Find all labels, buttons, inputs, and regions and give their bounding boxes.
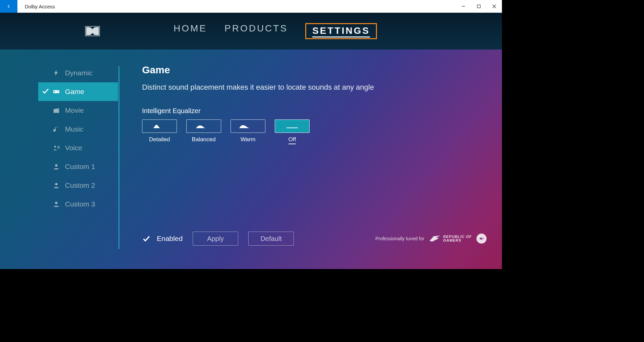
- sidebar-item-game[interactable]: Game: [38, 82, 118, 101]
- equalizer-options: Detailed Balanced Warm Off: [142, 119, 489, 144]
- check-icon: [42, 87, 50, 97]
- window-title: Dolby Access: [25, 4, 55, 9]
- profile-sidebar: Dynamic Game Movie Music Voice: [0, 64, 118, 269]
- nav-products[interactable]: PRODUCTS: [224, 23, 288, 39]
- close-button[interactable]: [487, 0, 502, 13]
- nav-home[interactable]: HOME: [174, 23, 207, 39]
- sidebar-item-label: Custom 3: [65, 200, 95, 208]
- window-titlebar: Dolby Access: [0, 0, 502, 13]
- dolby-logo: [85, 26, 100, 36]
- person-icon: [52, 200, 60, 208]
- svg-rect-1: [477, 5, 480, 8]
- eq-option-label: Detailed: [149, 136, 170, 143]
- person-icon: [52, 181, 60, 189]
- nav-settings-highlight: SETTINGS: [305, 23, 377, 39]
- rog-logo: REPUBLIC OF GAMERS: [429, 235, 472, 242]
- eq-option-warm[interactable]: Warm: [231, 119, 265, 144]
- svg-point-11: [55, 164, 57, 167]
- enabled-label: Enabled: [157, 235, 183, 243]
- svg-point-13: [55, 202, 57, 204]
- sidebar-item-movie[interactable]: Movie: [38, 101, 118, 120]
- enabled-toggle[interactable]: Enabled: [142, 234, 183, 243]
- top-nav: HOME PRODUCTS SETTINGS: [0, 13, 502, 50]
- sidebar-item-music[interactable]: Music: [38, 120, 118, 139]
- gamepad-icon: [52, 88, 60, 96]
- svg-point-10: [54, 146, 56, 148]
- default-button[interactable]: Default: [248, 232, 294, 246]
- person-icon: [52, 163, 60, 171]
- speaker-icon: [479, 236, 484, 241]
- equalizer-label: Intelligent Equalizer: [142, 107, 489, 115]
- sidebar-item-label: Movie: [65, 106, 84, 114]
- check-icon: [142, 234, 151, 243]
- profile-description: Distinct sound placement makes it easier…: [142, 83, 489, 92]
- sidebar-item-dynamic[interactable]: Dynamic: [38, 64, 118, 82]
- window-controls: [456, 0, 502, 13]
- sidebar-item-label: Custom 2: [65, 181, 95, 189]
- sidebar-item-custom-1[interactable]: Custom 1: [38, 157, 118, 176]
- profile-title: Game: [142, 64, 489, 76]
- svg-rect-7: [54, 91, 55, 92]
- app-body: HOME PRODUCTS SETTINGS Dynamic Game: [0, 13, 502, 269]
- sidebar-item-voice[interactable]: Voice: [38, 139, 118, 157]
- music-note-icon: [52, 125, 60, 133]
- sidebar-item-custom-3[interactable]: Custom 3: [38, 195, 118, 213]
- svg-point-12: [55, 183, 57, 185]
- voice-icon: [52, 144, 60, 152]
- eq-curve-balanced-icon: [186, 119, 221, 133]
- eq-option-detailed[interactable]: Detailed: [142, 119, 177, 144]
- bolt-icon: [52, 69, 60, 77]
- sidebar-item-label: Dynamic: [65, 69, 92, 77]
- clapperboard-icon: [52, 106, 60, 114]
- minimize-button[interactable]: [456, 0, 471, 13]
- eq-option-off[interactable]: Off: [275, 119, 310, 144]
- sidebar-item-label: Music: [65, 125, 83, 133]
- eq-option-balanced[interactable]: Balanced: [186, 119, 221, 144]
- partner-branding: Professionally tuned for REPUBLIC OF GAM…: [375, 234, 487, 244]
- back-button[interactable]: [0, 0, 17, 13]
- svg-point-9: [58, 92, 58, 92]
- eq-option-label: Balanced: [192, 136, 216, 143]
- svg-rect-14: [286, 127, 298, 128]
- sidebar-item-label: Game: [65, 88, 84, 96]
- content-panel: Game Distinct sound placement makes it e…: [118, 64, 502, 269]
- eq-curve-detailed-icon: [142, 119, 177, 133]
- sidebar-item-custom-2[interactable]: Custom 2: [38, 176, 118, 195]
- maximize-button[interactable]: [471, 0, 487, 13]
- volume-button[interactable]: [476, 234, 487, 244]
- sidebar-item-label: Voice: [65, 144, 82, 152]
- sidebar-item-label: Custom 1: [65, 163, 95, 171]
- eq-option-label: Off: [288, 136, 296, 144]
- apply-button[interactable]: Apply: [193, 232, 238, 246]
- eq-curve-off-icon: [275, 119, 310, 133]
- eq-curve-warm-icon: [231, 119, 265, 133]
- tuned-label: Professionally tuned for: [375, 236, 424, 241]
- nav-settings[interactable]: SETTINGS: [312, 25, 370, 37]
- partner-line2: GAMERS: [443, 239, 472, 242]
- svg-point-8: [57, 91, 58, 91]
- eq-option-label: Warm: [241, 136, 256, 143]
